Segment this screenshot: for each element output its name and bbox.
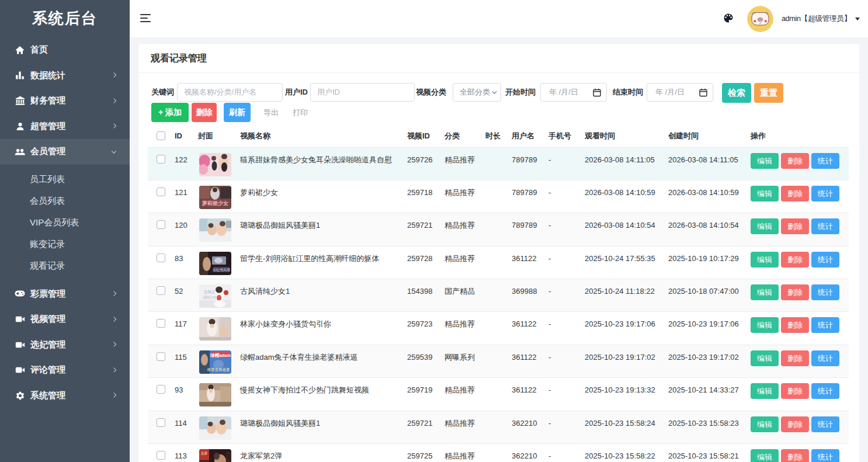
svg-text:龙家: 龙家: [201, 451, 208, 455]
svg-text:浴缸性高潮: 浴缸性高潮: [213, 268, 230, 272]
svg-text:古风之: 古风之: [204, 290, 216, 294]
svg-text:清纯少女: 清纯少女: [203, 296, 217, 299]
svg-text:萝莉裙少女: 萝莉裙少女: [202, 200, 228, 206]
svg-text:绿帽adam: 绿帽adam: [210, 352, 231, 357]
svg-text:体育生操老婆: 体育生操老婆: [207, 367, 231, 372]
